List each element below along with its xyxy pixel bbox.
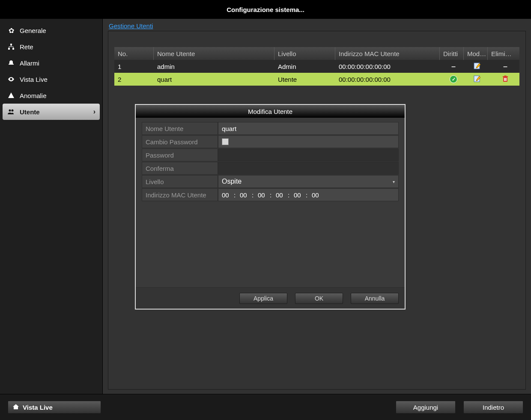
mac-octet[interactable]: 00 — [258, 191, 268, 199]
col-mac: Indirizzo MAC Utente — [335, 47, 440, 60]
sidebar-item-label: Generale — [20, 27, 46, 34]
eye-icon — [7, 75, 15, 83]
field-change-password[interactable] — [218, 135, 399, 148]
table-row[interactable]: 1 admin Admin 00:00:00:00:00:00 – – — [114, 60, 519, 73]
sidebar-item-label: Allarmi — [20, 60, 39, 67]
users-table: No. Nome Utente Livello Indirizzo MAC Ut… — [114, 47, 519, 86]
sidebar-item-label: Rete — [20, 43, 33, 51]
svg-rect-11 — [505, 78, 506, 81]
modal-footer: Applica OK Annulla — [136, 287, 405, 309]
label-confirm: Conferma — [142, 162, 218, 175]
home-icon — [12, 403, 19, 411]
trash-icon — [501, 75, 509, 84]
cell-edit[interactable] — [464, 73, 488, 86]
mac-octet[interactable]: 00 — [222, 191, 232, 199]
check-ok-icon: ✓ — [450, 75, 457, 83]
field-mac[interactable]: 00: 00: 00: 00: 00: 00 — [218, 188, 399, 201]
ok-button[interactable]: OK — [295, 293, 343, 304]
main-area: ✿ Generale Rete Allarmi Vista Live Ano — [0, 19, 531, 394]
field-confirm[interactable] — [218, 162, 399, 175]
vista-live-button[interactable]: Vista Live — [8, 401, 101, 414]
cancel-button[interactable]: Annulla — [351, 293, 399, 304]
cell-edit[interactable] — [464, 60, 488, 73]
checkbox-change-password[interactable] — [222, 138, 229, 145]
col-level: Livello — [274, 47, 335, 60]
col-name: Nome Utente — [154, 47, 274, 60]
chevron-right-icon: › — [93, 108, 95, 116]
svg-rect-9 — [504, 75, 507, 76]
label-username: Nome Utente — [142, 122, 218, 135]
modal-edit-user: Modifica Utente Nome Utente Cambio Passw… — [135, 104, 406, 310]
field-level[interactable]: Ospite ▾ — [218, 175, 399, 188]
label-change-password: Cambio Password — [142, 135, 218, 148]
add-button[interactable]: Aggiungi — [396, 401, 456, 414]
network-icon — [7, 42, 15, 51]
sidebar-item-utente[interactable]: Utente › — [3, 104, 100, 120]
svg-rect-0 — [10, 44, 12, 45]
back-button[interactable]: Indietro — [463, 401, 523, 414]
cell-delete: – — [488, 60, 519, 73]
cell-rights[interactable]: ✓ — [440, 73, 464, 86]
input-username[interactable] — [222, 125, 395, 132]
window-title: Configurazione sistema... — [0, 0, 531, 19]
mac-input[interactable]: 00: 00: 00: 00: 00: 00 — [222, 191, 322, 199]
sidebar: ✿ Generale Rete Allarmi Vista Live Ano — [0, 19, 103, 394]
svg-point-3 — [9, 110, 11, 112]
cell-level: Utente — [274, 73, 335, 86]
col-del: Elimi… — [488, 47, 519, 60]
sidebar-item-anomalie[interactable]: Anomalie — [3, 87, 100, 104]
users-panel: No. Nome Utente Livello Indirizzo MAC Ut… — [108, 31, 526, 390]
mac-octet[interactable]: 00 — [276, 191, 286, 199]
sidebar-item-label: Anomalie — [20, 92, 47, 99]
content-panel: Gestione Utenti No. Nome Utente Livello … — [103, 19, 531, 394]
sidebar-item-generale[interactable]: ✿ Generale — [3, 22, 100, 39]
cell-level: Admin — [274, 60, 335, 73]
sidebar-item-allarmi[interactable]: Allarmi — [3, 55, 100, 71]
col-no: No. — [114, 47, 154, 60]
users-icon — [7, 107, 15, 116]
svg-point-4 — [12, 110, 14, 112]
edit-icon — [474, 75, 481, 84]
label-mac: Indirizzo MAC Utente — [142, 188, 218, 201]
svg-rect-12 — [506, 78, 507, 81]
modal-body: Nome Utente Cambio Password Password — [136, 118, 405, 287]
cell-name: admin — [154, 60, 274, 73]
chevron-down-icon: ▾ — [393, 179, 395, 184]
modal-title: Modifica Utente — [136, 105, 405, 118]
field-password[interactable] — [218, 149, 399, 161]
sidebar-item-label: Utente — [20, 108, 40, 116]
cell-delete[interactable] — [488, 73, 519, 86]
vista-live-label: Vista Live — [23, 404, 53, 411]
cell-mac: 00:00:00:00:00:00 — [335, 60, 440, 73]
edit-icon — [474, 62, 481, 71]
cell-name: quart — [154, 73, 274, 86]
table-row[interactable]: 2 quart Utente 00:00:00:00:00:00 ✓ — [114, 73, 519, 86]
cell-rights: – — [440, 60, 464, 73]
mac-octet[interactable]: 00 — [294, 191, 304, 199]
dash-icon: – — [451, 62, 456, 71]
label-level: Livello — [142, 175, 218, 188]
field-username[interactable] — [218, 122, 399, 135]
svg-rect-1 — [8, 48, 10, 50]
mac-octet[interactable]: 00 — [240, 191, 250, 199]
bell-icon — [7, 59, 15, 67]
bottom-bar: Vista Live Aggiungi Indietro — [0, 394, 531, 420]
col-rights: Diritti — [440, 47, 464, 60]
cell-no: 2 — [114, 73, 154, 86]
gear-icon: ✿ — [7, 26, 15, 35]
svg-rect-2 — [12, 48, 14, 50]
label-password: Password — [142, 149, 218, 161]
sidebar-item-label: Vista Live — [20, 76, 48, 83]
table-header: No. Nome Utente Livello Indirizzo MAC Ut… — [114, 47, 519, 60]
warning-icon — [7, 91, 15, 100]
mac-octet[interactable]: 00 — [312, 191, 322, 199]
cell-mac: 00:00:00:00:00:00 — [335, 73, 440, 86]
sidebar-item-vista-live[interactable]: Vista Live — [3, 71, 100, 87]
svg-rect-10 — [504, 78, 505, 81]
sidebar-item-rete[interactable]: Rete — [3, 39, 100, 55]
apply-button[interactable]: Applica — [239, 293, 287, 304]
dash-icon: – — [503, 62, 507, 71]
col-mod: Mod… — [464, 47, 488, 60]
cell-no: 1 — [114, 60, 154, 73]
select-level-value: Ospite — [222, 178, 242, 185]
